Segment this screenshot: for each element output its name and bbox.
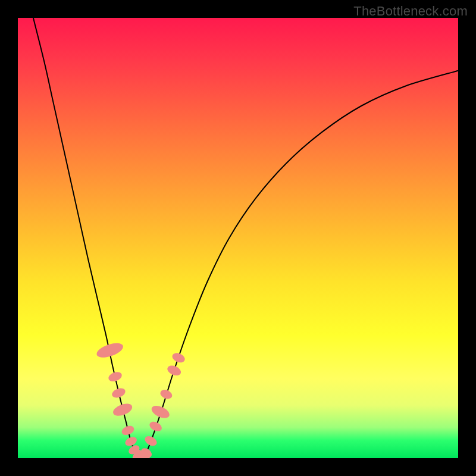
- data-marker: [143, 434, 159, 448]
- data-marker: [107, 370, 123, 383]
- data-marker: [148, 420, 164, 433]
- data-marker: [120, 424, 135, 437]
- data-marker: [159, 388, 174, 400]
- plot-area: [18, 18, 458, 458]
- marker-group: [95, 340, 186, 458]
- chart-frame: TheBottleneck.com: [0, 0, 476, 476]
- data-marker: [166, 364, 183, 377]
- watermark-text: TheBottleneck.com: [353, 4, 468, 19]
- data-marker: [150, 403, 171, 421]
- data-marker: [111, 401, 134, 418]
- chart-svg: [18, 18, 458, 458]
- data-marker: [95, 340, 124, 361]
- right-curve: [143, 71, 458, 458]
- data-marker: [111, 387, 127, 400]
- data-marker: [171, 351, 186, 364]
